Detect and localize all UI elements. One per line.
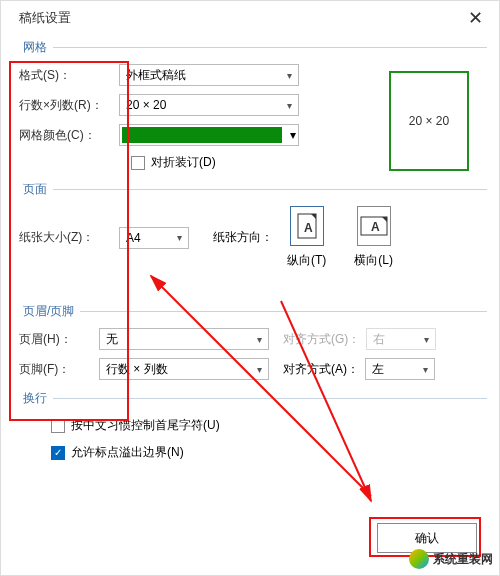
align-g-value: 右 [373,331,385,348]
row-header: 页眉(H)： 无 ▾ 对齐方式(G)： 右 ▾ [19,328,499,350]
dialog-root: 稿纸设置 ✕ 网格 格式(S)： 外框式稿纸 ▾ 行数×列数(R)： 20 × … [0,0,500,576]
label-align-a: 对齐方式(A)： [283,361,359,378]
label-papersize: 纸张大小(Z)： [19,229,119,246]
ok-label: 确认 [415,530,439,547]
papersize-value: A4 [126,231,141,245]
chevron-down-icon: ▾ [423,364,428,375]
row-cjk: 按中文习惯控制首尾字符(U) [51,417,499,434]
header-select[interactable]: 无 ▾ [99,328,269,350]
label-rowcol: 行数×列数(R)： [19,97,119,114]
section-hf: 页眉/页脚 [23,303,499,320]
landscape-label: 横向(L) [354,252,393,269]
grid-preview: 20 × 20 [389,71,469,171]
divider [53,398,487,399]
fold-checkbox[interactable] [131,156,145,170]
portrait-icon: A [290,206,324,246]
row-footer: 页脚(F)： 行数 × 列数 ▾ 对齐方式(A)： 左 ▾ [19,358,499,380]
watermark: 系统重装网 [409,549,493,569]
watermark-logo-icon [409,549,429,569]
label-header: 页眉(H)： [19,331,99,348]
svg-text:A: A [371,220,380,234]
rowcol-value: 20 × 20 [126,98,166,112]
align-g-select: 右 ▾ [366,328,436,350]
watermark-text: 系统重装网 [433,551,493,568]
footer-select[interactable]: 行数 × 列数 ▾ [99,358,269,380]
section-page: 页面 [23,181,499,198]
fold-label: 对折装订(D) [151,154,216,171]
chevron-down-icon: ▾ [257,334,262,345]
divider [80,311,487,312]
cjk-checkbox[interactable] [51,419,65,433]
orient-landscape[interactable]: A 横向(L) [354,206,393,269]
format-value: 外框式稿纸 [126,67,186,84]
divider [53,47,487,48]
section-wrap-label: 换行 [23,390,47,407]
chevron-down-icon: ▾ [287,100,292,111]
chevron-down-icon: ▾ [287,70,292,81]
label-orient: 纸张方向： [213,229,273,246]
overflow-checkbox[interactable]: ✓ [51,446,65,460]
gridcolor-select[interactable]: ▾ [119,124,299,146]
format-select[interactable]: 外框式稿纸 ▾ [119,64,299,86]
label-footer: 页脚(F)： [19,361,99,378]
label-align-g: 对齐方式(G)： [283,332,360,346]
svg-text:A: A [304,221,313,235]
label-align-g-wrapper: 对齐方式(G)： [283,331,360,348]
section-page-label: 页面 [23,181,47,198]
align-a-select[interactable]: 左 ▾ [365,358,435,380]
rowcol-select[interactable]: 20 × 20 ▾ [119,94,299,116]
orient-portrait[interactable]: A 纵向(T) [287,206,326,269]
header-value: 无 [106,331,118,348]
label-gridcolor: 网格颜色(C)： [19,127,119,144]
portrait-label: 纵向(T) [287,252,326,269]
cjk-label: 按中文习惯控制首尾字符(U) [71,417,220,434]
chevron-down-icon: ▾ [257,364,262,375]
row-papersize: 纸张大小(Z)： A4 ▾ 纸张方向： A 纵向(T) A 横向(L) [19,206,499,269]
footer-value: 行数 × 列数 [106,361,168,378]
overflow-label: 允许标点溢出边界(N) [71,444,184,461]
section-grid-label: 网格 [23,39,47,56]
label-format: 格式(S)： [19,67,119,84]
landscape-icon: A [357,206,391,246]
section-grid: 网格 [23,39,499,56]
preview-text: 20 × 20 [409,114,449,128]
dialog-title: 稿纸设置 [19,9,71,27]
section-wrap: 换行 [23,390,499,407]
section-hf-label: 页眉/页脚 [23,303,74,320]
papersize-select[interactable]: A4 ▾ [119,227,189,249]
chevron-down-icon: ▾ [290,128,296,142]
chevron-down-icon: ▾ [424,334,429,345]
row-overflow: ✓ 允许标点溢出边界(N) [51,444,499,461]
close-icon[interactable]: ✕ [462,7,489,29]
chevron-down-icon: ▾ [177,232,182,243]
align-a-value: 左 [372,361,384,378]
divider [53,189,487,190]
titlebar: 稿纸设置 ✕ [1,1,499,29]
gridcolor-swatch [122,127,282,143]
